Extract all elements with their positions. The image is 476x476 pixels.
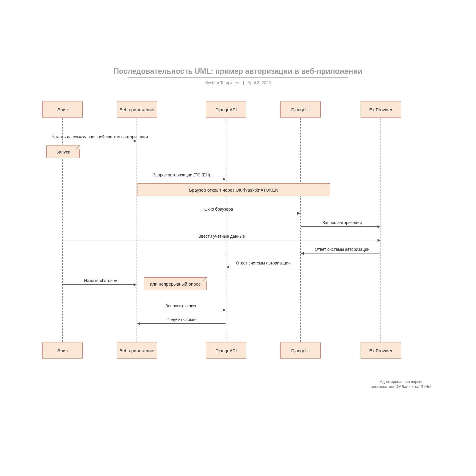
participant-webapp-bottom: Веб-приложение	[117, 342, 157, 359]
participant-webapp-top-label: Веб-приложение	[119, 107, 154, 112]
participant-djangoui-bottom: DjangoUI	[280, 342, 321, 359]
note-browser-open: Браузер открыт через UIurl?asktkn=TOKEN	[137, 183, 330, 196]
participant-djangoui-top: DjangoUI	[280, 101, 321, 118]
participant-djangoapi-bottom-label: DjangoAPI	[215, 348, 237, 353]
msg-auth-request: Запрос авторизации	[315, 220, 369, 225]
note-fold-icon	[203, 277, 207, 281]
participant-alice-bottom: Элис	[42, 342, 83, 359]
arrow-m2	[137, 179, 226, 179]
lifeline-webapp	[137, 118, 137, 342]
note-start: Запуск	[46, 145, 80, 158]
participant-djangoapi-bottom: DjangoAPI	[206, 342, 246, 359]
participant-djangoui-top-label: DjangoUI	[291, 107, 310, 112]
diagram-subtitle: System Templates April 3, 2025	[0, 80, 476, 85]
participant-webapp-top: Веб-приложение	[117, 101, 157, 118]
participant-djangoapi-top-label: DjangoAPI	[215, 107, 237, 112]
note-fold-icon	[326, 183, 330, 187]
participant-djangoapi-top: DjangoAPI	[206, 101, 246, 118]
msg-request-token: Запросить токен	[161, 303, 202, 308]
participant-extprovider-top: ExtProvider	[361, 101, 401, 118]
note-continuous-poll-label: или непрерывный опрос	[150, 281, 201, 286]
arrow-m1	[63, 141, 136, 141]
arrow-m6	[301, 253, 380, 253]
subtitle-author: System Templates	[205, 80, 239, 85]
participant-extprovider-bottom-label: ExtProvider	[369, 348, 392, 353]
note-browser-open-label: Браузер открыт через UIurl?asktkn=TOKEN	[189, 187, 278, 192]
arrow-m10	[137, 323, 226, 324]
lifeline-djangoui	[300, 118, 301, 342]
note-start-label: Запуск	[56, 149, 70, 154]
participant-djangoui-bottom-label: DjangoUI	[291, 348, 310, 353]
msg-browser-window: Окно браузера	[187, 207, 250, 212]
arrow-m4	[301, 226, 380, 227]
participant-extprovider-bottom: ExtProvider	[361, 342, 401, 359]
msg-auth-request-token: Запрос авторизации (ТОКЕН)	[143, 173, 220, 177]
msg-enter-credentials: Ввести учетные данные	[184, 234, 259, 239]
footer-line2: пользователя JMBarbier на GitHub	[371, 384, 432, 389]
participant-alice-top-label: Элис	[57, 107, 68, 112]
diagram-canvas: Последовательность UML: пример авторизац…	[0, 0, 476, 476]
note-continuous-poll: или непрерывный опрос	[144, 277, 207, 290]
msg-click-done: Нажать «Готово»	[77, 278, 124, 283]
arrow-m8	[63, 284, 136, 285]
subtitle-separator	[243, 81, 244, 85]
arrow-m3	[137, 213, 300, 213]
participant-webapp-bottom-label: Веб-приложение	[119, 348, 154, 353]
footer-line1: Адаптированная версия	[380, 379, 423, 384]
title-underline	[128, 77, 348, 78]
msg-auth-response-1: Ответ системы авторизации	[309, 247, 375, 252]
participant-extprovider-top-label: ExtProvider	[369, 107, 392, 112]
msg-get-token: Получить токен	[162, 317, 201, 322]
diagram-title: Последовательность UML: пример авторизац…	[0, 67, 476, 76]
arrow-m9	[137, 310, 226, 310]
msg-click-ext-auth: Нажать на ссылку внешней системы авториз…	[49, 134, 150, 139]
subtitle-date: April 3, 2025	[248, 80, 271, 85]
msg-auth-response-2: Ответ системы авторизации	[231, 261, 296, 265]
note-fold-icon	[76, 145, 80, 149]
arrow-m5	[63, 240, 380, 240]
lifeline-extprovider	[381, 118, 381, 342]
arrow-m7	[227, 267, 300, 267]
participant-alice-bottom-label: Элис	[57, 348, 68, 353]
participant-alice-top: Элис	[42, 101, 83, 118]
footer-credit: Адаптированная версия пользователя JMBar…	[361, 379, 442, 389]
lifeline-djangoapi	[226, 118, 226, 342]
